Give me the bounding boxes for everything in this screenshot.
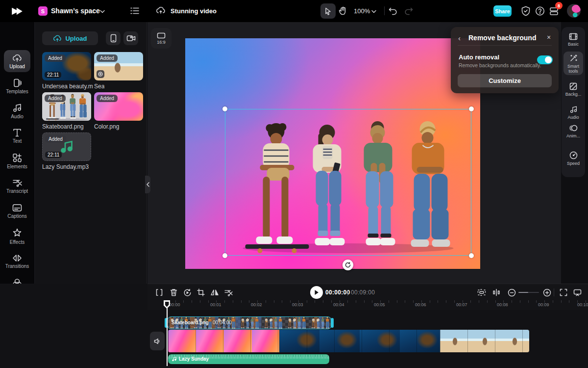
crop-button[interactable] [196, 288, 206, 297]
added-badge: Added [97, 54, 118, 62]
split-button[interactable] [154, 288, 164, 297]
sidebar-item-captions[interactable]: Captions [0, 199, 34, 224]
crop-icon [197, 289, 205, 296]
ruler-label: 00:00 [169, 302, 180, 307]
chevron-down-icon[interactable] [100, 10, 105, 13]
zoom-out-button[interactable] [507, 288, 516, 297]
upload-media-button[interactable]: Upload [42, 31, 98, 45]
ruler-label: 00:08 [497, 302, 508, 307]
workspace-name[interactable]: Shawn’s space [51, 7, 100, 15]
resize-handle-bottom-left[interactable] [222, 253, 227, 258]
sidebar-item-text[interactable]: Text [0, 124, 34, 149]
added-badge: Added [97, 95, 118, 102]
clip-trim-handle-right[interactable] [331, 318, 334, 328]
sidebar-item-effects[interactable]: Effects [0, 224, 34, 249]
adapt-display-button[interactable] [572, 288, 582, 297]
project-title[interactable]: Stunning video [171, 7, 217, 15]
frame-separators [168, 330, 279, 352]
sidebar-item-upload[interactable]: Upload [0, 49, 34, 74]
media-item-lazy-sunday[interactable]: Added 22:11 [42, 132, 91, 161]
rail-item-animation[interactable]: Anim... [562, 124, 585, 138]
close-button[interactable]: × [547, 33, 551, 41]
aspect-ratio-tile[interactable]: 16:9 [151, 28, 172, 49]
play-button[interactable] [310, 286, 323, 299]
sidebar-item-transcript[interactable]: Transcript [0, 174, 34, 199]
current-time: 00:00:00 [325, 289, 350, 296]
media-item-sea[interactable]: Added [94, 52, 143, 80]
auto-removal-toggle[interactable] [537, 55, 553, 64]
resize-handle-bottom-right[interactable] [469, 253, 474, 258]
app-logo[interactable] [0, 0, 34, 22]
duration-badge: 22:11 [45, 152, 62, 158]
undo-icon[interactable] [389, 6, 398, 15]
split-icon [155, 289, 163, 296]
ruler-label: 00:04 [333, 302, 344, 307]
sidebar-item-templates[interactable]: Templates [0, 74, 34, 99]
notification-badge: 8 [555, 2, 563, 9]
sidebar-item-audio[interactable]: Audio [0, 99, 34, 124]
record-camera-button[interactable] [123, 31, 138, 45]
main-video-track[interactable] [168, 330, 529, 352]
smart-trim-button[interactable] [223, 288, 233, 297]
rail-item-audio[interactable]: Audio [562, 105, 585, 120]
media-item-skateboard[interactable]: Added [42, 92, 91, 121]
clip-sea[interactable] [440, 330, 529, 352]
delete-button[interactable] [169, 288, 178, 297]
resize-handle-top-left[interactable] [222, 106, 227, 111]
slider-fill [518, 292, 528, 293]
list-view-icon[interactable] [130, 7, 139, 15]
select-tool-button[interactable] [320, 3, 336, 19]
shield-check-icon[interactable] [521, 6, 531, 16]
timeline-zoom-slider[interactable] [518, 292, 539, 293]
upload-cloud-icon [12, 53, 22, 62]
sidebar-item-label: Templates [6, 89, 28, 94]
sidebar-item-transitions[interactable]: Transitions [0, 249, 34, 274]
selection-box[interactable] [225, 109, 471, 256]
share-button[interactable]: Share [493, 5, 512, 17]
rail-item-smart-tools[interactable]: Smart tools [562, 54, 585, 74]
sidebar-item-elements[interactable]: Elements [0, 149, 34, 174]
track-mute-button[interactable] [150, 332, 165, 350]
effects-star-icon [12, 228, 22, 238]
toolbar-divider [554, 289, 554, 296]
user-avatar[interactable] [567, 4, 581, 18]
media-item-name: Color.png [94, 123, 119, 130]
playhead-line[interactable] [167, 301, 168, 366]
rotate-handle[interactable] [343, 260, 353, 270]
rotate-button[interactable] [182, 288, 192, 297]
rail-item-speed[interactable]: Speed [562, 151, 585, 166]
mirror-button[interactable] [210, 288, 220, 297]
customize-button[interactable]: Customize [458, 74, 552, 87]
clip-undersea-beauty[interactable] [279, 330, 440, 352]
auto-snap-button[interactable] [477, 288, 487, 297]
clip-lazy-sunday-audio[interactable]: Lazy Sunday [168, 354, 329, 364]
zoom-in-button[interactable] [542, 288, 552, 297]
duration-badge: 22:11 [45, 72, 61, 78]
clip-color-png[interactable] [168, 330, 279, 352]
rail-item-background[interactable]: Backg... [562, 82, 585, 97]
canvas-zoom-level[interactable]: 100% [354, 7, 370, 15]
sidebar-item-label: Transcript [6, 188, 28, 194]
speed-gauge-icon [569, 151, 578, 159]
aspect-ratio-label: 16:9 [157, 40, 166, 45]
screen-ratio-icon [157, 32, 166, 39]
panel-collapse-tab[interactable] [145, 176, 150, 193]
fit-timeline-button[interactable] [559, 288, 568, 297]
hand-tool-icon[interactable] [339, 6, 347, 16]
record-phone-button[interactable] [106, 31, 121, 45]
redo-icon[interactable] [404, 6, 413, 15]
media-item-undersea[interactable]: Added 22:11 [42, 52, 91, 80]
resize-handle-top-right[interactable] [469, 106, 474, 111]
rail-item-basic[interactable]: Basic [562, 33, 585, 47]
zoom-chevron-icon[interactable] [371, 10, 376, 13]
help-icon[interactable] [535, 6, 545, 16]
cloud-sync-icon [156, 6, 166, 15]
clip-skateboard-overlay[interactable]: Skateboard.png 00:04:00 [167, 316, 332, 329]
upload-cloud-icon [53, 34, 62, 42]
top-bar: S Shawn’s space Stunning video 100% Shar… [0, 0, 588, 22]
media-item-color[interactable]: Added [94, 92, 143, 121]
ruler-label: 00:06 [415, 302, 426, 307]
back-button[interactable]: ‹ [458, 34, 461, 42]
preview-axis-button[interactable] [491, 288, 501, 297]
magic-pen-icon [569, 54, 578, 62]
